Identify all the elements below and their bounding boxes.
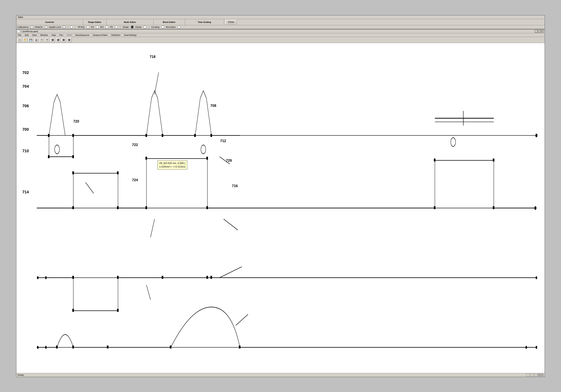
grid2-tool[interactable]: ▦ — [56, 38, 61, 42]
svg-rect-49 — [206, 276, 208, 279]
pe-label: PE: — [110, 26, 113, 28]
maximize-button[interactable]: □ — [538, 30, 541, 33]
delta-on-checkbox[interactable] — [45, 26, 47, 28]
waveform-svg — [16, 43, 545, 373]
menu-delta-size[interactable]: DeltaSize — [111, 34, 121, 36]
svg-rect-46 — [162, 276, 163, 279]
menu-arrow[interactable]: <==> — [66, 34, 73, 36]
grid3-tool[interactable]: ▦ — [61, 38, 66, 42]
status-btn-3[interactable] — [534, 374, 538, 376]
svg-point-20 — [451, 138, 456, 146]
svg-point-37 — [534, 206, 536, 210]
svg-rect-42 — [72, 309, 74, 312]
menu-scan-settings[interactable]: ScanSettings — [123, 34, 137, 36]
grid1-tool[interactable]: ▦ — [50, 38, 55, 42]
win-title-left: 📄 /. [zse85ccip.gwa] — [17, 30, 38, 32]
svg-line-71 — [220, 267, 242, 278]
waveform-canvas: 702 704 706 700 710 714 718 720 722 724 … — [16, 43, 545, 373]
svg-line-67 — [147, 285, 151, 300]
xscaling-label: Xscaling: — [151, 26, 160, 28]
svg-rect-33 — [434, 206, 435, 209]
menu-view[interactable]: View — [32, 34, 37, 36]
menu-edit[interactable]: Edit — [24, 34, 29, 36]
svg-rect-26 — [117, 171, 119, 174]
open-tool[interactable]: 📂 — [23, 38, 28, 42]
svg-rect-25 — [72, 171, 74, 174]
save-tool[interactable]: 💾 — [28, 38, 33, 42]
status-btn-2[interactable] — [530, 374, 534, 376]
ro-label: RO: — [100, 26, 104, 28]
svg-rect-24 — [72, 206, 74, 209]
close-window-button[interactable]: ✕ — [541, 30, 544, 33]
svg-rect-61 — [239, 345, 240, 348]
svg-rect-55 — [56, 345, 58, 348]
minimize-button[interactable]: _ — [535, 30, 538, 33]
help-tool[interactable]: ? — [39, 38, 44, 42]
status-btn-1[interactable] — [526, 374, 530, 376]
svg-point-23 — [535, 134, 537, 137]
close-button[interactable]: Close — [225, 20, 237, 24]
menu-help[interactable]: Help — [51, 34, 56, 36]
ss-label: SS: — [91, 26, 94, 28]
calibrations-checkbox[interactable] — [31, 26, 33, 28]
svg-rect-9 — [145, 134, 147, 137]
ro-radio[interactable] — [106, 26, 108, 28]
svg-point-64 — [526, 346, 527, 349]
svg-rect-36 — [493, 206, 494, 209]
svg-rect-41 — [72, 276, 74, 279]
svg-rect-28 — [145, 206, 147, 209]
rf-aq-label: RF/AQ: — [78, 26, 85, 28]
svg-point-11 — [201, 145, 206, 154]
svg-line-72 — [155, 72, 159, 94]
svg-rect-27 — [117, 206, 119, 209]
new-tool[interactable]: □ — [17, 38, 22, 42]
update-lock-checkbox[interactable] — [63, 26, 65, 28]
main-container: Tailor Controls Shape Editor Node Editor… — [16, 15, 545, 377]
svg-rect-35 — [493, 158, 494, 161]
edit-tool[interactable]: ✏ — [45, 38, 50, 42]
svg-rect-8 — [72, 155, 74, 158]
xscaling-radio[interactable] — [162, 26, 164, 28]
menu-file[interactable]: File — [17, 34, 22, 36]
print-tool[interactable]: 🖨 — [34, 38, 39, 42]
status-hatch — [538, 374, 543, 376]
grid4-tool[interactable]: ▦ — [67, 38, 72, 42]
window-titlebar: 📄 /. [zse85ccip.gwa] _ □ ✕ — [16, 30, 545, 33]
svg-line-65 — [86, 182, 94, 193]
toolbar-row1: Controls Shape Editor Node Editor Block … — [16, 19, 545, 25]
statusbar: Ready — [16, 373, 545, 377]
top-toolbar: Tailor Controls Shape Editor Node Editor… — [16, 15, 545, 29]
statusbar-right — [526, 374, 543, 376]
svg-rect-34 — [434, 158, 435, 161]
svg-line-68 — [220, 156, 230, 164]
svg-rect-7 — [48, 155, 50, 158]
menu-window[interactable]: Window — [40, 34, 48, 36]
global-radio[interactable] — [144, 26, 146, 28]
calibrations-label: Calibrations: — [17, 26, 29, 28]
ss-radio[interactable] — [96, 26, 99, 28]
window-area: 📄 /. [zse85ccip.gwa] _ □ ✕ File Edit Vie… — [16, 29, 545, 377]
svg-rect-29 — [145, 156, 147, 159]
svg-rect-44 — [117, 276, 119, 279]
rf-aq-radio[interactable] — [86, 26, 89, 28]
menubar: File Edit View Window Help Pen <==> NewS… — [16, 33, 545, 37]
svg-point-4 — [55, 145, 60, 154]
global-label: Global: — [135, 26, 142, 28]
svg-point-63 — [536, 346, 537, 349]
shape-editor-circle[interactable] — [70, 26, 73, 28]
svg-rect-5 — [48, 134, 50, 137]
delta-on-label: DeltaOn: — [35, 26, 43, 28]
pe-radio[interactable] — [115, 26, 118, 28]
window-title: /. [zse85ccip.gwa] — [21, 30, 38, 32]
menu-pen[interactable]: Pen — [59, 34, 64, 36]
svg-rect-58 — [107, 345, 108, 348]
block-editor-section: Block Editor — [154, 19, 185, 25]
svg-rect-56 — [72, 345, 74, 348]
menu-new-sequence[interactable]: NewSequence — [75, 34, 90, 36]
normalize-radio[interactable] — [178, 26, 180, 28]
menu-sequence-tailor[interactable]: SequenceTailor — [92, 34, 108, 36]
single-radio[interactable] — [131, 26, 134, 28]
node-editor-section: Node Editor — [107, 19, 154, 25]
single-label: Single: — [123, 26, 129, 28]
toolbar-icons: □ 📂 💾 🖨 ? ✏ ▦ ▦ ▦ ▦ — [16, 37, 545, 43]
